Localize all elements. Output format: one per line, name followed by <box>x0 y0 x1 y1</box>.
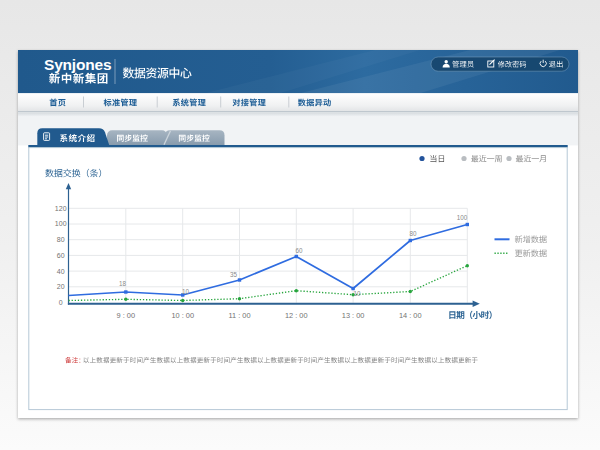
svg-text:60: 60 <box>57 252 65 259</box>
svg-text:80: 80 <box>409 230 417 237</box>
svg-text:10: 10 <box>353 290 361 297</box>
svg-text:100: 100 <box>55 220 67 227</box>
svg-text:120: 120 <box>55 205 67 212</box>
svg-text:Synjones: Synjones <box>44 56 111 73</box>
svg-text:40: 40 <box>57 268 65 275</box>
svg-text:13 : 00: 13 : 00 <box>342 311 365 320</box>
svg-text:60: 60 <box>295 247 303 254</box>
svg-text:11 : 00: 11 : 00 <box>228 311 250 320</box>
svg-text:80: 80 <box>57 236 65 243</box>
svg-text:0: 0 <box>59 299 63 306</box>
svg-text:10: 10 <box>182 288 190 295</box>
svg-text:100: 100 <box>457 214 468 221</box>
svg-text:20: 20 <box>57 283 65 290</box>
svg-text:12 : 00: 12 : 00 <box>285 311 308 320</box>
svg-text:18: 18 <box>119 280 127 287</box>
svg-text:10 : 00: 10 : 00 <box>171 311 194 320</box>
svg-text:14 : 00: 14 : 00 <box>399 311 422 320</box>
svg-text:35: 35 <box>230 271 238 278</box>
svg-text:9 : 00: 9 : 00 <box>117 311 136 320</box>
